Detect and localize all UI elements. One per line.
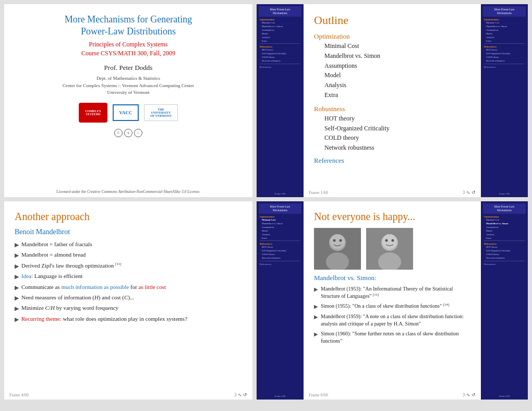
bullet-2: ▶ Mandelbrot = almond bread bbox=[15, 251, 242, 259]
ref-text-3: Mandelbrot (1959): "A note on a class of… bbox=[321, 313, 470, 328]
bullet-arrow-2: ▶ bbox=[15, 251, 19, 259]
outline-opt-5: Analysis bbox=[324, 81, 470, 90]
outline-refs: References bbox=[314, 156, 470, 165]
mini2-refs: References bbox=[484, 66, 525, 68]
bullet-6: ▶ Need measures of information (H) and c… bbox=[15, 294, 242, 302]
mini4-rob-2: Self-Organized Criticality bbox=[486, 249, 525, 252]
slide-mini-1: More Power-Law Mechanisms Optimization M… bbox=[257, 4, 304, 197]
mini1-opt-item2: Mandelbrot vs. Simon bbox=[262, 25, 300, 28]
slide3-name: Benoit Mandelbrot bbox=[15, 228, 242, 236]
mini3-rob-3: COLD theory bbox=[262, 253, 300, 256]
mini3-rob: Robustness bbox=[260, 243, 300, 245]
ref-1: ▶ Mandelbrot (1953): "An Informational T… bbox=[314, 285, 470, 300]
mini2-opt-1: Minimal Cost bbox=[486, 21, 525, 25]
bullet-text-6: Need measures of information (H) and cos… bbox=[21, 294, 134, 301]
slide4-title: Not everyone is happy... bbox=[314, 211, 470, 223]
outline-rob-3: COLD theory bbox=[324, 134, 470, 142]
bullet-arrow-1: ▶ bbox=[15, 241, 19, 249]
mini2-rob-3: COLD theory bbox=[486, 56, 525, 59]
bullet-arrow-6: ▶ bbox=[15, 294, 19, 302]
mini4-opt-2: Mandelbrot vs. Simon bbox=[486, 222, 525, 225]
bullet-text-2: Mandelbrot = almond bread bbox=[21, 251, 86, 259]
slide1-title: More Mechanisms for Generating Power-Law… bbox=[15, 14, 242, 38]
slide-1: More Mechanisms for Generating Power-Law… bbox=[4, 4, 252, 197]
photo-simon bbox=[366, 228, 413, 270]
slide4-nav: ☽ ∿ ↺ bbox=[461, 392, 476, 397]
ref-text-2: Simon (1955): "On a class of skew distri… bbox=[321, 303, 449, 310]
slide1-subtitle: Principles of Complex Systems Course CSY… bbox=[15, 40, 242, 58]
mini3-rob-2: Self-Organized Criticality bbox=[262, 249, 300, 252]
slide-4: Not everyone is happy... bbox=[304, 201, 481, 400]
outline-opt-4: Model bbox=[324, 71, 470, 80]
ref-text-1: Mandelbrot (1953): "An Informational The… bbox=[321, 285, 470, 300]
mini2-opt-2: Mandelbrot vs. Simon bbox=[486, 25, 525, 28]
cc-icons: © $ = bbox=[15, 129, 242, 137]
ref-4: ▶ Simon (1960): "Some further notes on a… bbox=[314, 330, 470, 345]
logo-uvm: THEUNIVERSITYOF VERMONT bbox=[144, 104, 178, 121]
cc-circle1: © bbox=[114, 129, 123, 137]
slide4-frame: Frame 6/60 bbox=[309, 393, 328, 397]
ref-arrow-2: ▶ bbox=[314, 303, 318, 310]
ref-3: ▶ Mandelbrot (1959): "A note on a class … bbox=[314, 313, 470, 328]
outline-opt-1: Minimal Cost bbox=[324, 42, 470, 51]
mini4-opt-5: Analysis bbox=[486, 233, 525, 236]
slide-3: Another approach Benoit Mandelbrot ▶ Man… bbox=[4, 201, 252, 400]
mini1-rob: Robustness bbox=[260, 45, 300, 48]
svg-point-3 bbox=[330, 234, 345, 249]
mini4-opt-3: Assumptions bbox=[486, 226, 525, 229]
outline-rob-2: Self-Organized Criticality bbox=[324, 124, 470, 133]
mini1-opt-item5: Analysis bbox=[262, 36, 300, 39]
mini2-opt-6: Extra bbox=[486, 40, 525, 43]
bullet-5: ▶ Communicate as much information as pos… bbox=[15, 283, 242, 292]
svg-point-9 bbox=[382, 234, 397, 249]
outline-opt-6: Extra bbox=[324, 91, 470, 100]
bullet-text-7: Minimize C/H by varying word frequency bbox=[21, 304, 118, 312]
logos: COMPLEXSYSTEMS VACC THEUNIVERSITYOF VERM… bbox=[15, 103, 242, 123]
mini1-rob-item4: Network robustness bbox=[262, 59, 300, 63]
mini2-rob: Robustness bbox=[484, 45, 525, 48]
svg-point-4 bbox=[333, 239, 336, 242]
mini1-rob-item1: HOT theory bbox=[262, 49, 300, 52]
bullet-text-5: Communicate as much information as possi… bbox=[21, 283, 166, 291]
license-text: Licensed under the Creative Commons Attr… bbox=[4, 189, 252, 194]
outline-opt-3: Assumptions bbox=[324, 62, 470, 70]
bullet-arrow-3: ▶ bbox=[15, 262, 19, 270]
bullet-1: ▶ Mandelbrot = father of fractals bbox=[15, 240, 242, 249]
slide-mini-2: More Power-Law Mechanisms Optimization M… bbox=[481, 4, 528, 197]
ref-text-4: Simon (1960): "Some further notes on a c… bbox=[321, 330, 470, 345]
mini1-opt-item1: Minimal Cost bbox=[262, 21, 300, 25]
slide-mini-4: More Power-Law Mechanisms Optimization M… bbox=[481, 201, 528, 400]
bullet-arrow-8: ▶ bbox=[15, 316, 19, 323]
bullet-text-4: Idea: Language is efficient bbox=[21, 272, 82, 280]
outline-opt-2: Mandelbrot vs. Simon bbox=[324, 52, 470, 61]
slide4-photos bbox=[314, 228, 470, 270]
mini4-rob-1: HOT theory bbox=[486, 246, 525, 249]
mini3-opt-3: Assumptions bbox=[262, 226, 300, 229]
slide-2: Outline Optimization Minimal Cost Mandel… bbox=[304, 4, 481, 197]
outline-rob-1: HOT theory bbox=[324, 114, 470, 123]
mini1-opt-item6: Extra bbox=[262, 40, 300, 43]
outline-title: Outline bbox=[314, 14, 470, 27]
cc-circle2: $ bbox=[124, 129, 132, 137]
slide-mini-3: More Power-Law Mechanisms Optimization M… bbox=[257, 201, 304, 400]
slide2-nav: ☽ ∿ ↺ bbox=[461, 190, 476, 195]
ref-2: ▶ Simon (1955): "On a class of skew dist… bbox=[314, 303, 470, 310]
mini3-footer: Frame 4/60 bbox=[257, 395, 304, 397]
outline-rob: Robustness bbox=[314, 105, 470, 113]
bullet-4: ▶ Idea: Language is efficient bbox=[15, 272, 242, 281]
svg-point-5 bbox=[340, 239, 342, 242]
slide2-frame: Frame 1/60 bbox=[309, 190, 328, 195]
bullet-arrow-5: ▶ bbox=[15, 284, 19, 292]
mini2-header: More Power-Law Mechanisms bbox=[483, 6, 526, 17]
mini4-rob: Robustness bbox=[484, 243, 525, 245]
photo-mandelbrot bbox=[314, 228, 361, 270]
mini1-header: More Power-Law Mechanisms bbox=[259, 6, 301, 17]
mini3-rob-1: HOT theory bbox=[262, 246, 300, 249]
mini4-footer: Frame 6/60 bbox=[481, 395, 528, 397]
mini1-opt: Optimization bbox=[260, 18, 300, 21]
outline-rob-4: Network robustness bbox=[324, 143, 470, 152]
slide1-author: Prof. Peter Dodds bbox=[15, 64, 242, 72]
mini3-opt-1: Minimal Cost bbox=[262, 219, 300, 222]
mini3-opt-2: Mandelbrot vs. Simon bbox=[262, 222, 300, 225]
mini2-footer: Frame 2/60 bbox=[481, 192, 528, 195]
